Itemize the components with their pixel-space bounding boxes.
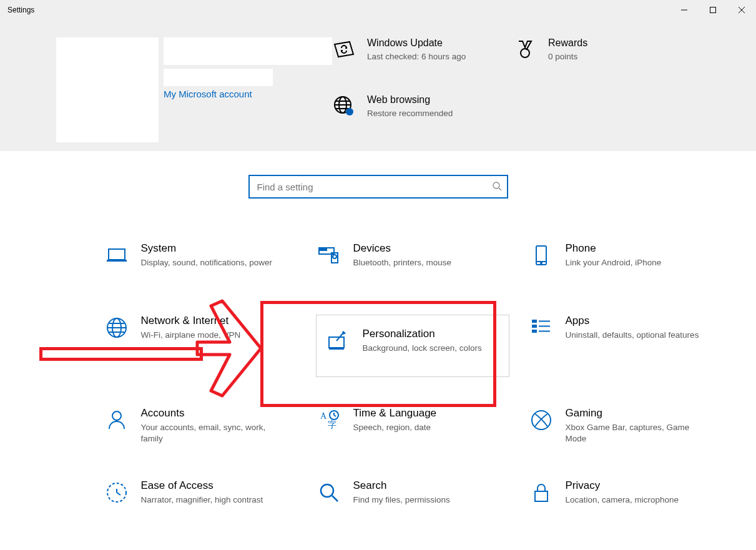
svg-point-46	[532, 411, 551, 430]
category-apps-title: Apps	[566, 315, 699, 327]
category-accounts[interactable]: Accounts Your accounts, email, sync, wor…	[104, 407, 316, 449]
window-title: Settings	[7, 6, 34, 14]
category-network[interactable]: Network & Internet Wi-Fi, airplane mode,…	[104, 315, 316, 377]
status-update-title: Windows Update	[367, 37, 466, 49]
close-button[interactable]	[727, 0, 756, 20]
category-privacy-title: Privacy	[566, 479, 679, 492]
category-personalization[interactable]: Personalization Background, lock screen,…	[316, 315, 509, 377]
svg-point-24	[541, 263, 542, 264]
svg-rect-31	[329, 348, 344, 350]
svg-point-40	[112, 411, 121, 420]
category-apps-sub: Uninstall, defaults, optional features	[566, 330, 699, 341]
svg-rect-1	[710, 7, 716, 13]
category-gaming-title: Gaming	[566, 407, 709, 420]
svg-point-12	[493, 182, 499, 189]
category-privacy-sub: Location, camera, microphone	[566, 494, 679, 506]
category-personalization-title: Personalization	[363, 328, 482, 340]
sync-icon	[332, 37, 356, 61]
category-phone[interactable]: Phone Link your Android, iPhone	[528, 242, 740, 285]
account-email-redacted	[164, 69, 273, 86]
phone-icon	[528, 242, 554, 268]
category-ease-of-access[interactable]: Ease of Access Narrator, magnifier, high…	[104, 479, 316, 522]
svg-line-13	[499, 188, 501, 190]
category-accounts-sub: Your accounts, email, sync, work, family	[141, 422, 285, 444]
svg-text:A: A	[320, 411, 327, 421]
status-web-browsing[interactable]: Web browsing Restore recommended	[332, 94, 494, 139]
medal-icon	[513, 37, 537, 61]
category-accounts-title: Accounts	[141, 407, 285, 420]
category-devices[interactable]: Devices Bluetooth, printers, mouse	[316, 242, 528, 285]
account-banner: My Microsoft account Windows Update Last…	[0, 20, 756, 151]
category-search-sub: Find my files, permissions	[353, 494, 450, 506]
category-gaming-sub: Xbox Game Bar, captures, Game Mode	[566, 422, 709, 444]
svg-point-50	[321, 484, 333, 497]
svg-line-51	[332, 496, 338, 501]
svg-rect-34	[533, 320, 536, 322]
maximize-button[interactable]	[699, 0, 727, 20]
xbox-icon	[528, 407, 554, 433]
svg-line-45	[334, 415, 336, 416]
category-privacy[interactable]: Privacy Location, camera, microphone	[528, 479, 740, 522]
svg-point-21	[333, 255, 336, 258]
devices-icon	[316, 242, 342, 268]
svg-point-5	[521, 49, 529, 57]
search-input[interactable]	[256, 181, 492, 193]
apps-icon	[528, 315, 554, 341]
status-web-sub: Restore recommended	[367, 108, 453, 119]
globe-dot-icon	[332, 94, 356, 118]
svg-line-49	[117, 493, 120, 495]
category-time-sub: Speech, region, date	[353, 422, 437, 433]
settings-grid: System Display, sound, notifications, po…	[60, 242, 697, 522]
paint-icon	[325, 328, 351, 354]
category-search-title: Search	[353, 479, 450, 492]
category-personalization-sub: Background, lock screen, colors	[363, 343, 482, 354]
person-icon	[104, 407, 130, 433]
svg-rect-38	[533, 330, 536, 332]
svg-text:字: 字	[328, 420, 336, 430]
status-rewards-title: Rewards	[548, 37, 587, 49]
title-bar: Settings	[0, 0, 756, 20]
category-devices-sub: Bluetooth, printers, mouse	[353, 257, 452, 268]
category-time-title: Time & Language	[353, 407, 437, 420]
svg-point-11	[346, 108, 353, 115]
category-ease-sub: Narrator, magnifier, high contrast	[141, 494, 263, 506]
svg-rect-17	[320, 249, 322, 250]
category-phone-title: Phone	[566, 242, 662, 255]
svg-rect-14	[109, 249, 125, 260]
status-windows-update[interactable]: Windows Update Last checked: 6 hours ago	[332, 37, 494, 82]
globe-icon	[104, 315, 130, 341]
category-search[interactable]: Search Find my files, permissions	[316, 479, 528, 522]
svg-rect-18	[323, 249, 324, 250]
category-phone-sub: Link your Android, iPhone	[566, 257, 662, 268]
svg-rect-30	[329, 337, 344, 348]
category-system[interactable]: System Display, sound, notifications, po…	[104, 242, 316, 285]
category-network-title: Network & Internet	[141, 315, 241, 327]
status-rewards[interactable]: Rewards 0 points	[513, 37, 613, 82]
my-microsoft-account-link[interactable]: My Microsoft account	[164, 89, 252, 99]
lock-icon	[528, 479, 554, 506]
svg-rect-19	[325, 249, 326, 250]
category-gaming[interactable]: Gaming Xbox Game Bar, captures, Game Mod…	[528, 407, 740, 449]
svg-rect-36	[533, 325, 536, 327]
search-box[interactable]	[248, 175, 508, 199]
category-apps[interactable]: Apps Uninstall, defaults, optional featu…	[528, 315, 740, 377]
status-rewards-sub: 0 points	[548, 51, 587, 62]
category-devices-title: Devices	[353, 242, 452, 255]
minimize-button[interactable]	[670, 0, 699, 20]
svg-rect-52	[535, 491, 547, 501]
category-network-sub: Wi-Fi, airplane mode, VPN	[141, 330, 241, 341]
time-language-icon: A 字	[316, 407, 342, 433]
category-system-sub: Display, sound, notifications, power	[141, 257, 273, 268]
category-ease-title: Ease of Access	[141, 479, 263, 492]
ease-icon	[104, 479, 130, 506]
search-icon	[492, 181, 502, 193]
svg-rect-15	[107, 260, 127, 262]
status-update-sub: Last checked: 6 hours ago	[367, 51, 466, 62]
status-web-title: Web browsing	[367, 94, 453, 106]
magnifier-icon	[316, 479, 342, 506]
svg-marker-4	[335, 42, 353, 57]
avatar	[56, 37, 159, 142]
laptop-icon	[104, 242, 130, 268]
category-system-title: System	[141, 242, 273, 255]
category-time-language[interactable]: A 字 Time & Language Speech, region, date	[316, 407, 528, 449]
